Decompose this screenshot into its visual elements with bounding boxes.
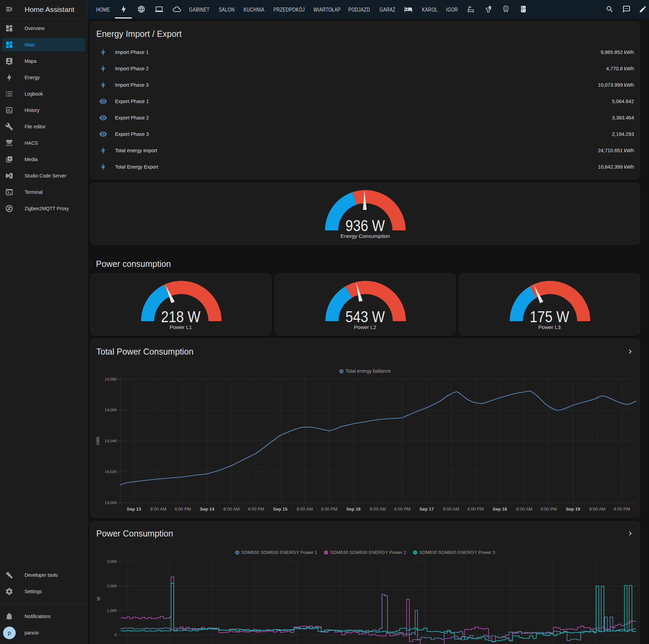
svg-text:kWh: kWh — [96, 437, 100, 445]
svg-text:4:00 PM: 4:00 PM — [467, 506, 483, 512]
svg-text:W: W — [96, 597, 101, 601]
svg-text:14,040: 14,040 — [105, 439, 117, 443]
svg-text:8:00 AM: 8:00 AM — [150, 506, 167, 512]
svg-text:HACS: HACS — [6, 144, 13, 146]
svg-text:Sep 19: Sep 19 — [566, 506, 580, 512]
svg-text:14,020: 14,020 — [105, 470, 117, 474]
svg-text:4:00 PM: 4:00 PM — [613, 506, 630, 512]
svg-text:4:00 PM: 4:00 PM — [174, 506, 191, 512]
svg-text:4:00 PM: 4:00 PM — [248, 506, 264, 512]
svg-text:8:00 AM: 8:00 AM — [297, 506, 313, 512]
svg-text:Sep 15: Sep 15 — [273, 506, 287, 512]
svg-text:Sep 14: Sep 14 — [200, 506, 215, 512]
svg-text:14,000: 14,000 — [105, 501, 117, 505]
svg-text:14,060: 14,060 — [105, 408, 117, 412]
svg-text:Sep 16: Sep 16 — [346, 506, 361, 512]
svg-text:4:00 PM: 4:00 PM — [321, 506, 337, 512]
svg-text:0: 0 — [115, 633, 117, 637]
svg-text:14,080: 14,080 — [105, 377, 117, 381]
svg-text:Sep 13: Sep 13 — [127, 506, 141, 512]
svg-text:4:00 PM: 4:00 PM — [540, 506, 557, 512]
svg-text:8:00 AM: 8:00 AM — [223, 506, 240, 512]
svg-text:4:00 PM: 4:00 PM — [394, 506, 410, 512]
svg-text:8:00 AM: 8:00 AM — [589, 506, 606, 512]
svg-text:Sep 18: Sep 18 — [493, 506, 507, 512]
svg-text:2,000: 2,000 — [107, 584, 117, 588]
svg-text:8:00 AM: 8:00 AM — [516, 506, 533, 512]
svg-text:1,000: 1,000 — [107, 608, 117, 612]
svg-text:3,000: 3,000 — [107, 559, 117, 563]
svg-text:8:00 AM: 8:00 AM — [443, 506, 459, 512]
svg-text:Sep 17: Sep 17 — [420, 506, 434, 512]
svg-text:8:00 AM: 8:00 AM — [370, 506, 386, 512]
